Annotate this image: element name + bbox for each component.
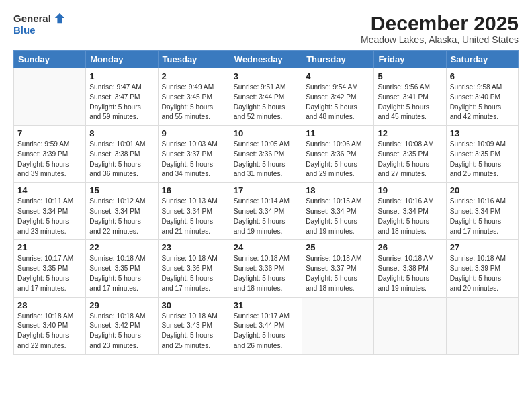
cell-content-line: Daylight: 5 hours <box>234 274 298 284</box>
cell-content-line: Sunset: 3:40 PM <box>17 321 82 331</box>
cell-content-line: Sunset: 3:38 PM <box>89 150 154 160</box>
calendar-cell <box>14 68 86 126</box>
calendar-week-row: 7Sunrise: 9:59 AMSunset: 3:39 PMDaylight… <box>14 126 519 183</box>
calendar-cell: 20Sunrise: 10:16 AMSunset: 3:34 PMDaylig… <box>446 183 518 240</box>
cell-content-line: Daylight: 5 hours <box>234 217 298 227</box>
cell-content-line: and 18 minutes. <box>234 284 298 294</box>
cell-content-line: Sunrise: 10:18 AM <box>162 254 226 264</box>
calendar-cell <box>302 297 374 354</box>
day-number: 10 <box>234 128 298 138</box>
calendar-cell: 22Sunrise: 10:18 AMSunset: 3:35 PMDaylig… <box>86 240 158 297</box>
cell-content-line: Sunrise: 10:15 AM <box>306 197 370 207</box>
cell-content-line: Sunrise: 10:17 AM <box>234 312 298 322</box>
calendar-cell: 15Sunrise: 10:12 AMSunset: 3:34 PMDaylig… <box>86 183 158 240</box>
cell-content-line: Sunset: 3:34 PM <box>17 207 82 217</box>
cell-content-line: Sunrise: 10:06 AM <box>306 140 370 150</box>
cell-content-line: Sunset: 3:36 PM <box>162 264 226 274</box>
cell-content-line: Daylight: 5 hours <box>450 274 515 284</box>
day-number: 12 <box>378 128 442 138</box>
calendar-week-row: 14Sunrise: 10:11 AMSunset: 3:34 PMDaylig… <box>14 183 519 240</box>
cell-content-line: Daylight: 5 hours <box>450 217 515 227</box>
cell-content-line: and 18 minutes. <box>306 284 370 294</box>
logo-icon <box>54 12 66 24</box>
cell-content-line: Sunset: 3:34 PM <box>234 207 298 217</box>
cell-content-line: and 17 minutes. <box>17 284 82 294</box>
cell-content-line: Daylight: 5 hours <box>234 160 298 170</box>
calendar-cell: 10Sunrise: 10:05 AMSunset: 3:36 PMDaylig… <box>230 126 302 183</box>
cell-content-line: Daylight: 5 hours <box>306 217 370 227</box>
cell-content-line: Daylight: 5 hours <box>162 103 226 113</box>
cell-content-line: and 34 minutes. <box>162 169 226 179</box>
calendar-week-row: 21Sunrise: 10:17 AMSunset: 3:35 PMDaylig… <box>14 240 519 297</box>
calendar-cell: 11Sunrise: 10:06 AMSunset: 3:36 PMDaylig… <box>302 126 374 183</box>
cell-content-line: Daylight: 5 hours <box>17 274 82 284</box>
weekday-header-friday: Friday <box>374 51 446 68</box>
cell-content-line: and 19 minutes. <box>234 227 298 237</box>
day-number: 17 <box>234 185 298 195</box>
cell-content-line: and 17 minutes. <box>89 284 154 294</box>
cell-content-line: and 59 minutes. <box>89 112 154 122</box>
calendar-cell: 9Sunrise: 10:03 AMSunset: 3:37 PMDayligh… <box>158 126 230 183</box>
cell-content-line: Sunrise: 10:16 AM <box>450 197 515 207</box>
calendar-cell: 26Sunrise: 10:18 AMSunset: 3:38 PMDaylig… <box>374 240 446 297</box>
cell-content-line: Sunset: 3:38 PM <box>378 264 442 274</box>
calendar-cell: 24Sunrise: 10:18 AMSunset: 3:36 PMDaylig… <box>230 240 302 297</box>
cell-content-line: Sunset: 3:34 PM <box>306 207 370 217</box>
calendar-cell <box>374 297 446 354</box>
month-title: December 2025 <box>361 12 519 34</box>
cell-content-line: Daylight: 5 hours <box>89 331 154 341</box>
calendar-cell: 4Sunrise: 9:54 AMSunset: 3:42 PMDaylight… <box>302 68 374 126</box>
cell-content-line: Sunset: 3:40 PM <box>450 93 515 103</box>
day-number: 3 <box>234 71 298 81</box>
day-number: 1 <box>89 71 154 81</box>
day-number: 14 <box>17 185 82 195</box>
calendar-cell: 3Sunrise: 9:51 AMSunset: 3:44 PMDaylight… <box>230 68 302 126</box>
calendar-cell: 1Sunrise: 9:47 AMSunset: 3:47 PMDaylight… <box>86 68 158 126</box>
day-number: 25 <box>306 242 370 253</box>
day-number: 11 <box>306 128 370 138</box>
cell-content-line: Sunset: 3:39 PM <box>450 264 515 274</box>
cell-content-line: Sunrise: 10:18 AM <box>378 254 442 264</box>
cell-content-line: and 29 minutes. <box>306 169 370 179</box>
cell-content-line: Daylight: 5 hours <box>378 274 442 284</box>
cell-content-line: Daylight: 5 hours <box>234 331 298 341</box>
weekday-header-tuesday: Tuesday <box>158 51 230 68</box>
cell-content-line: Daylight: 5 hours <box>234 103 298 113</box>
cell-content-line: Daylight: 5 hours <box>162 331 226 341</box>
svg-marker-0 <box>55 13 64 23</box>
cell-content-line: Sunrise: 10:14 AM <box>234 197 298 207</box>
cell-content-line: and 19 minutes. <box>306 227 370 237</box>
cell-content-line: Sunset: 3:39 PM <box>17 150 82 160</box>
cell-content-line: Sunrise: 9:51 AM <box>234 83 298 93</box>
logo: General Blue <box>13 12 66 36</box>
day-number: 29 <box>89 300 154 310</box>
cell-content-line: Daylight: 5 hours <box>162 217 226 227</box>
calendar-cell: 18Sunrise: 10:15 AMSunset: 3:34 PMDaylig… <box>302 183 374 240</box>
cell-content-line: and 25 minutes. <box>162 341 226 351</box>
cell-content-line: Sunset: 3:45 PM <box>162 93 226 103</box>
calendar-cell: 25Sunrise: 10:18 AMSunset: 3:37 PMDaylig… <box>302 240 374 297</box>
cell-content-line: and 22 minutes. <box>17 341 82 351</box>
calendar-cell: 14Sunrise: 10:11 AMSunset: 3:34 PMDaylig… <box>14 183 86 240</box>
cell-content-line: Daylight: 5 hours <box>89 160 154 170</box>
cell-content-line: Sunrise: 10:18 AM <box>17 312 82 322</box>
day-number: 20 <box>450 185 515 195</box>
cell-content-line: Sunrise: 10:16 AM <box>378 197 442 207</box>
cell-content-line: Daylight: 5 hours <box>89 103 154 113</box>
cell-content-line: Sunrise: 9:54 AM <box>306 83 370 93</box>
calendar-week-row: 28Sunrise: 10:18 AMSunset: 3:40 PMDaylig… <box>14 297 519 354</box>
calendar-cell: 30Sunrise: 10:18 AMSunset: 3:43 PMDaylig… <box>158 297 230 354</box>
cell-content-line: Sunrise: 10:08 AM <box>378 140 442 150</box>
day-number: 26 <box>378 242 442 253</box>
cell-content-line: Sunset: 3:43 PM <box>162 321 226 331</box>
cell-content-line: Sunrise: 10:12 AM <box>89 197 154 207</box>
logo-general-text: General <box>13 13 51 24</box>
page: General Blue December 2025 Meadow Lakes,… <box>0 0 532 411</box>
cell-content-line: and 52 minutes. <box>234 112 298 122</box>
cell-content-line: Sunrise: 10:18 AM <box>450 254 515 264</box>
calendar-cell: 13Sunrise: 10:09 AMSunset: 3:35 PMDaylig… <box>446 126 518 183</box>
cell-content-line: Sunrise: 10:18 AM <box>162 312 226 322</box>
day-number: 7 <box>17 128 82 138</box>
cell-content-line: Daylight: 5 hours <box>306 160 370 170</box>
cell-content-line: Daylight: 5 hours <box>17 217 82 227</box>
